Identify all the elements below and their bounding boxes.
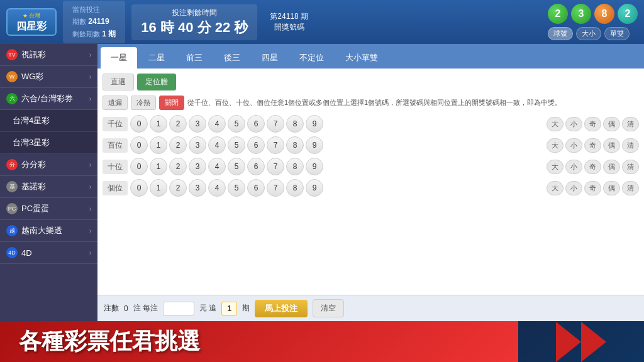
ball-tab-number[interactable]: 球號	[548, 27, 573, 40]
num-ball-h4[interactable]: 4	[208, 136, 226, 154]
num-ball-1[interactable]: 1	[150, 115, 167, 133]
num-ball-h6[interactable]: 6	[247, 136, 265, 154]
num-ball-t9[interactable]: 9	[306, 158, 323, 175]
big-btn-ten[interactable]: 大	[547, 160, 564, 174]
clear-btn-unit[interactable]: 清	[622, 181, 639, 195]
odd-btn-ten[interactable]: 奇	[584, 160, 601, 174]
tab-1star[interactable]: 一星	[101, 47, 137, 69]
odd-btn-thousand[interactable]: 奇	[584, 117, 601, 131]
sidebar-item-3star[interactable]: 台灣3星彩	[0, 132, 97, 154]
chevron-icon-vn: ›	[89, 228, 91, 234]
even-btn-ten[interactable]: 偶	[603, 160, 620, 174]
sidebar-label-4d: 4D	[21, 248, 32, 258]
chevron-icon-pc: ›	[89, 206, 91, 212]
tv-icon: TV	[6, 49, 18, 60]
num-ball-t5[interactable]: 5	[228, 158, 245, 175]
period-input[interactable]: 1	[221, 302, 237, 315]
sidebar-item-wg[interactable]: W WG彩 ›	[0, 66, 97, 88]
odd-btn-hundred[interactable]: 奇	[584, 138, 601, 153]
logo-main-text: 四星彩	[16, 20, 47, 32]
current-period-label: 當前投注	[72, 4, 116, 16]
small-btn-ten[interactable]: 小	[565, 160, 582, 174]
sidebar-item-4star[interactable]: 台灣4星彩	[0, 110, 97, 132]
num-ball-u7[interactable]: 7	[267, 179, 284, 197]
submit-bet-button[interactable]: 馬上投注	[255, 300, 308, 317]
sidebar-label-fenfen: 分分彩	[21, 159, 46, 170]
num-ball-t8[interactable]: 8	[286, 158, 304, 175]
ball-tab-size[interactable]: 大小	[576, 27, 601, 40]
ball-tab-parity[interactable]: 單雙	[604, 27, 630, 40]
num-ball-u2[interactable]: 2	[169, 179, 187, 197]
num-ball-t7[interactable]: 7	[267, 158, 284, 175]
sidebar-item-pc[interactable]: PC PC蛋蛋 ›	[0, 198, 97, 220]
even-btn-unit[interactable]: 偶	[603, 181, 620, 195]
tab-2star[interactable]: 二星	[138, 47, 175, 69]
big-btn-hundred[interactable]: 大	[547, 138, 564, 153]
num-ball-2[interactable]: 2	[169, 115, 187, 133]
num-ball-t0[interactable]: 0	[130, 158, 148, 175]
position-row-thousand: 千位 0 1 2 3 4 5 6 7 8 9 大	[103, 115, 639, 133]
num-ball-u3[interactable]: 3	[189, 179, 206, 197]
num-ball-u6[interactable]: 6	[247, 179, 265, 197]
fixed-position-btn[interactable]: 定位膽	[137, 74, 176, 90]
even-btn-thousand[interactable]: 偶	[603, 117, 620, 131]
num-ball-u0[interactable]: 0	[130, 179, 148, 197]
num-ball-u5[interactable]: 5	[228, 179, 245, 197]
num-ball-h1[interactable]: 1	[150, 136, 167, 154]
num-ball-9[interactable]: 9	[306, 115, 323, 133]
sidebar-item-keno[interactable]: 基 基諾彩 ›	[0, 176, 97, 198]
num-ball-8[interactable]: 8	[286, 115, 304, 133]
bet-type-row: 直選 定位膽	[103, 74, 639, 90]
sidebar-item-fenfen[interactable]: 分 分分彩 ›	[0, 154, 97, 176]
num-ball-h2[interactable]: 2	[169, 136, 187, 154]
tab-bigsmall[interactable]: 大小單雙	[335, 47, 388, 69]
num-ball-h7[interactable]: 7	[267, 136, 284, 154]
num-ball-h5[interactable]: 5	[228, 136, 245, 154]
clear-btn-ten[interactable]: 清	[622, 160, 639, 174]
small-btn-hundred[interactable]: 小	[565, 138, 582, 153]
num-ball-t3[interactable]: 3	[189, 158, 206, 175]
quick-btns-ten: 大 小 奇 偶 清	[547, 160, 639, 174]
num-ball-0[interactable]: 0	[130, 115, 148, 133]
num-ball-t2[interactable]: 2	[169, 158, 187, 175]
num-ball-u9[interactable]: 9	[306, 179, 323, 197]
num-ball-h9[interactable]: 9	[306, 136, 323, 154]
missing-filter-btn[interactable]: 遺漏	[103, 96, 128, 110]
cold-hot-filter-btn[interactable]: 冷熱	[131, 96, 156, 110]
sidebar-item-4d[interactable]: 4D 4D ›	[0, 242, 97, 264]
direct-select-btn[interactable]: 直選	[103, 74, 134, 90]
even-btn-hundred[interactable]: 偶	[603, 138, 620, 153]
small-btn-thousand[interactable]: 小	[565, 117, 582, 131]
close-filter-btn[interactable]: 關閉	[159, 96, 184, 110]
num-ball-h0[interactable]: 0	[130, 136, 148, 154]
clear-btn-thousand[interactable]: 清	[622, 117, 639, 131]
num-ball-h8[interactable]: 8	[286, 136, 304, 154]
tab-4star[interactable]: 四星	[252, 47, 288, 69]
num-ball-5[interactable]: 5	[228, 115, 245, 133]
num-ball-3[interactable]: 3	[189, 115, 206, 133]
num-ball-u1[interactable]: 1	[150, 179, 167, 197]
num-ball-u8[interactable]: 8	[286, 179, 304, 197]
num-ball-h3[interactable]: 3	[189, 136, 206, 154]
sidebar-item-vn[interactable]: 越 越南大樂透 ›	[0, 220, 97, 242]
big-btn-unit[interactable]: 大	[547, 181, 564, 195]
num-ball-t1[interactable]: 1	[150, 158, 167, 175]
bet-amount-input[interactable]	[163, 302, 194, 315]
num-ball-u4[interactable]: 4	[208, 179, 226, 197]
odd-btn-unit[interactable]: 奇	[584, 181, 601, 195]
clear-button[interactable]: 清空	[313, 299, 344, 317]
num-ball-4[interactable]: 4	[208, 115, 226, 133]
num-ball-6[interactable]: 6	[247, 115, 265, 133]
tab-freepos[interactable]: 不定位	[289, 47, 334, 69]
sidebar-item-liuhe[interactable]: 六 六合/台灣彩券 ›	[0, 88, 97, 110]
tab-back3[interactable]: 後三	[214, 47, 250, 69]
clear-btn-hundred[interactable]: 清	[622, 138, 639, 153]
tab-front3[interactable]: 前三	[176, 47, 213, 69]
num-ball-t4[interactable]: 4	[208, 158, 226, 175]
small-btn-unit[interactable]: 小	[565, 181, 582, 195]
num-ball-t6[interactable]: 6	[247, 158, 265, 175]
sidebar-item-tv[interactable]: TV 視訊彩 ›	[0, 44, 97, 66]
top-bar: ★ 台灣 四星彩 當前投注 期數 24119 剩餘期數 1 期 投注剩餘時間 1…	[0, 0, 644, 44]
big-btn-thousand[interactable]: 大	[547, 117, 564, 131]
num-ball-7[interactable]: 7	[267, 115, 284, 133]
